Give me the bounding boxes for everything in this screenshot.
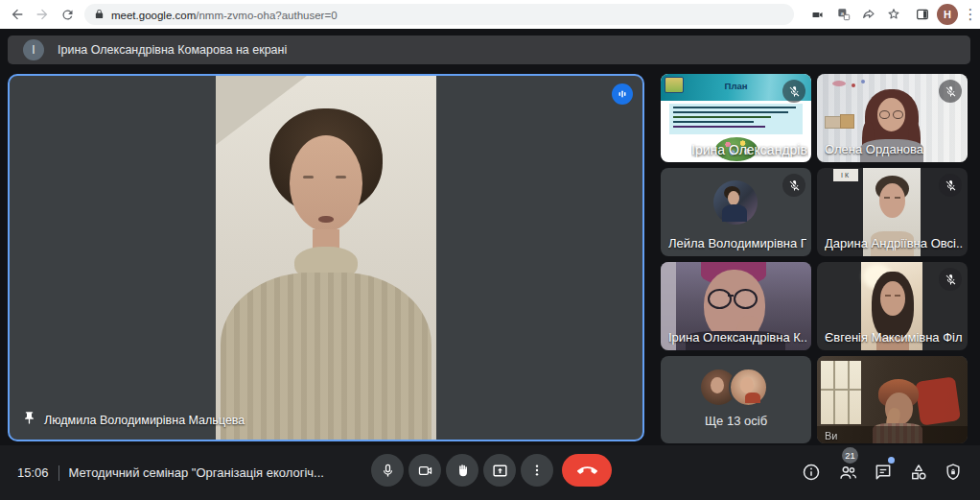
meeting-title: Методичний семінар "Організація екологіч…	[69, 465, 324, 480]
participant-tile[interactable]: ІК Дарина Андріївна Овсі...	[817, 168, 968, 256]
decor-shape	[861, 80, 865, 83]
participant-tile[interactable]: Ірина Олександрівна К...	[661, 262, 811, 350]
decor-shape	[673, 116, 771, 118]
decor-shape	[915, 376, 961, 425]
decor-shape	[895, 197, 900, 199]
self-video-tile[interactable]: Ви	[817, 356, 968, 443]
decor-shape	[221, 273, 432, 441]
more-options-button[interactable]	[521, 454, 553, 487]
decor-shape	[303, 176, 314, 179]
host-controls-button[interactable]	[942, 461, 965, 484]
participant-name: Людмила Володимирівна Мальцева	[44, 414, 245, 427]
divider	[58, 465, 59, 481]
presenter-avatar: І	[23, 39, 44, 60]
participant-tile[interactable]: Євгенія Максимівна Філ...	[817, 262, 968, 350]
audio-activity-icon	[612, 83, 633, 105]
participants-button[interactable]	[836, 461, 859, 484]
meeting-info: 15:06 Методичний семінар "Організація ек…	[17, 445, 324, 500]
forward-button[interactable]	[31, 3, 54, 26]
meeting-details-button[interactable]	[800, 461, 823, 484]
avatar-stack	[661, 356, 811, 443]
decor-shape	[821, 389, 861, 391]
more-participants-tile[interactable]: Ще 13 осіб	[661, 356, 811, 443]
decor-shape	[740, 377, 754, 393]
video-feed	[817, 356, 968, 443]
participant-name: Дарина Андріївна Овсі...	[825, 236, 963, 250]
bookmark-star-icon[interactable]	[882, 3, 905, 26]
presenting-icon	[667, 133, 686, 155]
raise-hand-button[interactable]	[446, 454, 478, 487]
info-icon	[802, 463, 821, 482]
decor-shape	[318, 216, 334, 223]
decor-shape	[673, 111, 788, 113]
decor-shape	[879, 183, 905, 218]
back-button[interactable]	[6, 3, 29, 26]
decor-shape	[833, 361, 835, 424]
chat-notification-dot	[888, 457, 895, 464]
mic-icon	[380, 463, 396, 479]
participant-tile[interactable]: Лейла Володимирівна Гі...	[661, 168, 811, 256]
reload-button[interactable]	[56, 3, 79, 26]
participant-name: Ірина Олександрів...	[691, 142, 808, 157]
decor-shape	[734, 289, 758, 309]
decor-shape	[673, 121, 754, 123]
url-path: /nmm-zvmo-oha?authuser=0	[196, 10, 337, 21]
decor-shape	[745, 393, 760, 403]
side-panel-icon[interactable]	[911, 3, 934, 26]
profile-avatar[interactable]: H	[937, 4, 958, 25]
presenting-message: Ірина Олександрівна Комарова на екрані	[58, 43, 287, 57]
activities-icon	[909, 463, 928, 482]
decor-shape	[817, 426, 968, 443]
share-icon[interactable]	[857, 3, 880, 26]
meet-bottom-bar: 15:06 Методичний семінар "Організація ек…	[0, 445, 980, 500]
mic-muted-icon	[782, 80, 805, 103]
browser-toolbar: meet.google.com/nmm-zvmo-oha?authuser=0 …	[0, 0, 980, 30]
translate-icon[interactable]: a	[832, 3, 855, 26]
mic-muted-icon	[782, 174, 805, 197]
participant-tile[interactable]: Олена Орданова	[817, 74, 968, 162]
decor-shape	[884, 197, 890, 199]
presenting-banner: І Ірина Олександрівна Комарова на екрані	[8, 36, 970, 64]
decor-shape	[852, 83, 855, 87]
participant-name: Ірина Олександрівна К...	[668, 330, 806, 345]
camera-permission-icon[interactable]	[805, 3, 828, 26]
chat-button[interactable]	[872, 461, 895, 484]
browser-menu-icon[interactable]: ⋮	[959, 3, 980, 26]
decor-shape	[708, 289, 732, 309]
more-participants-label: Ще 13 осіб	[661, 414, 811, 428]
mic-muted-icon	[939, 174, 962, 197]
mic-muted-icon	[939, 80, 962, 103]
decor-shape	[840, 114, 854, 129]
phone-icon	[577, 461, 597, 481]
chat-icon	[874, 463, 893, 482]
participant-name: Олена Орданова	[825, 142, 923, 156]
hand-icon	[455, 463, 471, 479]
decor-shape	[885, 295, 891, 297]
decor-shape	[825, 116, 841, 129]
decor-shape	[728, 191, 739, 205]
decor-shape	[848, 361, 850, 424]
decor-shape	[879, 110, 890, 119]
url-domain: meet.google.com	[111, 10, 196, 21]
camera-icon	[417, 463, 433, 479]
participant-name: Євгенія Максимівна Філ...	[825, 330, 963, 345]
presentation-tile[interactable]: План Ірина Олександрів...	[661, 74, 811, 162]
address-bar[interactable]: meet.google.com/nmm-zvmo-oha?authuser=0	[84, 4, 794, 25]
decor-shape	[895, 295, 900, 297]
decor-shape	[880, 281, 905, 316]
background-sign-text: ІК	[833, 169, 858, 181]
shield-lock-icon	[944, 463, 963, 482]
decor-shape	[893, 110, 903, 119]
camera-button[interactable]	[408, 454, 441, 487]
activities-button[interactable]	[907, 461, 930, 484]
main-video-tile[interactable]: Людмила Володимирівна Мальцева	[8, 74, 644, 441]
decor-shape	[728, 295, 734, 297]
present-icon	[492, 463, 508, 479]
decor-shape	[711, 377, 724, 393]
present-button[interactable]	[483, 454, 516, 487]
pin-icon	[22, 411, 36, 429]
end-call-button[interactable]	[562, 454, 612, 487]
screen: meet.google.com/nmm-zvmo-oha?authuser=0 …	[0, 0, 980, 500]
self-label: Ви	[825, 430, 837, 441]
mic-button[interactable]	[371, 454, 404, 487]
